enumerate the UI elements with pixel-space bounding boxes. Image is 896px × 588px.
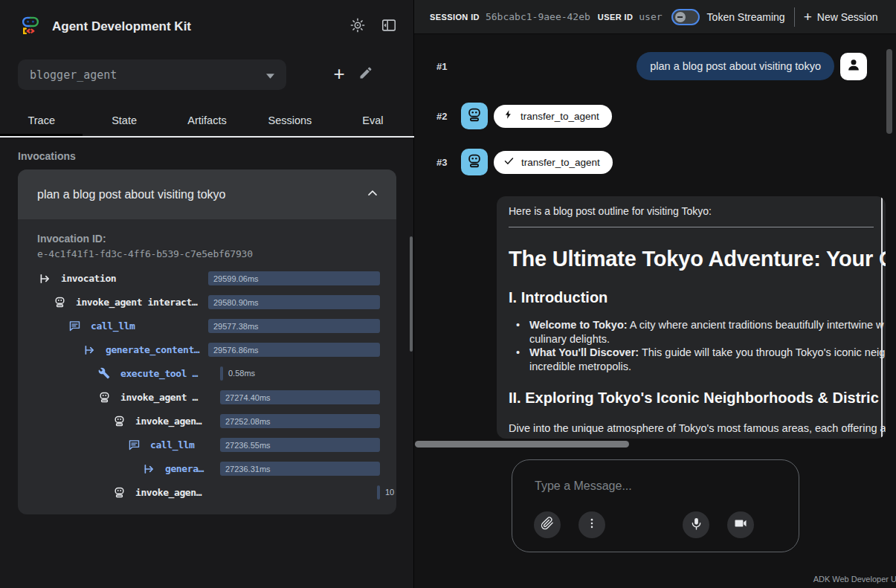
message-row: #3 transfer_to_agent bbox=[414, 149, 896, 175]
chevron-down-icon bbox=[266, 68, 274, 82]
chat-horizontal-scrollbar[interactable] bbox=[415, 441, 629, 448]
video-camera-button[interactable] bbox=[727, 511, 754, 538]
trace-span-label: invoke_agen… bbox=[135, 416, 202, 427]
trace-row[interactable]: invocation29599.06ms bbox=[18, 267, 396, 291]
trace-duration-value: 27252.08ms bbox=[220, 417, 271, 426]
side-panel-icon bbox=[381, 17, 397, 36]
more-options-button[interactable] bbox=[578, 511, 605, 538]
trace-row[interactable]: invoke_agen…10 bbox=[18, 481, 396, 505]
session-id-label: SESSION ID bbox=[430, 13, 480, 22]
trace-duration-bar: 29577.38ms bbox=[208, 319, 380, 333]
blog-bullet: Welcome to Tokyo: A city where ancient t… bbox=[509, 318, 886, 346]
chat-scrollbar[interactable] bbox=[886, 49, 892, 134]
collapse-panel-button[interactable] bbox=[378, 16, 400, 38]
trace-span-label: execute_tool … bbox=[120, 368, 198, 379]
adk-web-ui: Agent Development Kit bbox=[0, 0, 896, 588]
trace-span-label: generate_content… bbox=[106, 344, 199, 355]
attach-file-button[interactable] bbox=[534, 511, 561, 538]
user-id-label: USER ID bbox=[598, 13, 633, 22]
brightness-icon bbox=[349, 17, 366, 36]
tab-sessions[interactable]: Sessions bbox=[248, 105, 331, 136]
plus-icon: + bbox=[333, 62, 344, 85]
message-composer[interactable]: Type a Message... bbox=[512, 459, 799, 552]
invocation-id-label: Invocation ID: bbox=[37, 233, 396, 245]
user-avatar bbox=[840, 53, 867, 80]
trace-row[interactable]: execute_tool …0.58ms bbox=[18, 362, 396, 386]
tab-state[interactable]: State bbox=[83, 105, 165, 136]
trace-row[interactable]: call_llm29577.38ms bbox=[18, 314, 396, 338]
message-index: #2 bbox=[436, 111, 456, 122]
blog-title: The Ultimate Tokyo Adventure: Your G bbox=[509, 247, 886, 271]
toggle-thumb bbox=[675, 12, 686, 22]
invocation-id: e-4c1f41f1-fd3c-4ff6-b539-c7e5ebf67930 bbox=[37, 248, 396, 259]
response-card-scrollbar[interactable] bbox=[881, 196, 883, 439]
trace-duration-value: 29580.90ms bbox=[208, 298, 259, 307]
bolt-icon bbox=[503, 109, 514, 123]
token-streaming-toggle[interactable] bbox=[671, 9, 700, 25]
function-response-chip[interactable]: transfer_to_agent bbox=[494, 151, 613, 174]
trace-span-label: call_llm bbox=[91, 320, 135, 332]
trace-duration-bar: 29580.90ms bbox=[208, 295, 380, 309]
arrow-icon bbox=[39, 272, 52, 285]
new-session-button[interactable]: + New Session bbox=[804, 11, 878, 23]
invocation-card-body: Invocation ID: e-4c1f41f1-fd3c-4ff6-b539… bbox=[18, 219, 396, 505]
invocations-label: Invocations bbox=[18, 150, 76, 162]
user-message-bubble[interactable]: plan a blog post about visiting tokyo bbox=[636, 52, 834, 80]
trace-duration-bar: 27274.40ms bbox=[220, 390, 380, 404]
agent-avatar bbox=[461, 103, 488, 129]
trace-span-label: call_llm bbox=[150, 439, 194, 450]
function-response-label: transfer_to_agent bbox=[521, 157, 600, 168]
robot-icon bbox=[98, 391, 112, 404]
new-session-label: New Session bbox=[817, 11, 878, 23]
trace-span-label: invocation bbox=[61, 273, 116, 284]
trace-duration-bar bbox=[220, 366, 223, 381]
tab-eval[interactable]: Eval bbox=[332, 105, 414, 136]
trace-row[interactable]: invoke_agent …27274.40ms bbox=[18, 386, 396, 410]
trace-row[interactable]: generate_content…29576.86ms bbox=[18, 338, 396, 362]
paperclip-icon bbox=[541, 517, 554, 533]
robot-icon bbox=[466, 106, 483, 126]
edit-agent-button[interactable] bbox=[358, 65, 378, 85]
function-call-chip[interactable]: transfer_to_agent bbox=[494, 105, 612, 128]
trace-duration-value: 29599.06ms bbox=[208, 274, 259, 283]
trace-row[interactable]: genera…27236.31ms bbox=[18, 457, 396, 481]
token-streaming-label: Token Streaming bbox=[707, 11, 785, 23]
header-divider bbox=[794, 7, 795, 27]
arrow-icon bbox=[143, 462, 156, 476]
tab-artifacts[interactable]: Artifacts bbox=[166, 105, 248, 136]
divider bbox=[509, 227, 874, 227]
chat-icon bbox=[128, 439, 141, 452]
trace-duration-bar: 29576.86ms bbox=[208, 343, 380, 357]
person-icon bbox=[846, 57, 861, 75]
user-id-value: user bbox=[639, 11, 662, 22]
check-icon bbox=[503, 155, 515, 169]
chat-panel: SESSION ID 56bcabc1-9aee-42eb USER ID us… bbox=[414, 0, 896, 588]
agent-response-card: Here is a blog post outline for visiting… bbox=[497, 196, 886, 439]
trace-duration-value: 27236.31ms bbox=[220, 465, 271, 474]
arrow-icon bbox=[83, 343, 97, 357]
trace-duration-value: 10 bbox=[385, 485, 394, 500]
robot-icon bbox=[466, 152, 483, 172]
trace-duration-value: 29576.86ms bbox=[208, 346, 259, 355]
robot-icon bbox=[113, 415, 126, 428]
trace-row[interactable]: invoke_agen…27252.08ms bbox=[18, 410, 396, 433]
app-title: Agent Development Kit bbox=[52, 19, 338, 34]
tab-trace[interactable]: Trace bbox=[0, 105, 83, 136]
message-index: #1 bbox=[436, 61, 456, 72]
trace-duration-bar: 27252.08ms bbox=[220, 414, 380, 428]
add-session-button[interactable]: + bbox=[327, 62, 351, 86]
videocam-icon bbox=[733, 516, 748, 534]
microphone-icon bbox=[689, 517, 703, 534]
message-input[interactable]: Type a Message... bbox=[535, 479, 632, 493]
agent-select[interactable]: blogger_agent bbox=[18, 59, 286, 90]
microphone-button[interactable] bbox=[683, 511, 709, 538]
vertical-dots-icon bbox=[585, 517, 599, 533]
trace-span-label: invoke_agent interact… bbox=[76, 297, 197, 308]
trace-row[interactable]: invoke_agent interact…29580.90ms bbox=[18, 291, 396, 314]
left-panel-scrollbar[interactable] bbox=[410, 236, 413, 352]
chevron-up-icon bbox=[365, 186, 380, 204]
theme-toggle-button[interactable] bbox=[347, 16, 369, 38]
invocation-card-header[interactable]: plan a blog post about visiting tokyo bbox=[18, 169, 396, 219]
message-row: #1 plan a blog post about visiting tokyo bbox=[414, 52, 896, 80]
trace-row[interactable]: call_llm27236.55ms bbox=[18, 433, 396, 457]
